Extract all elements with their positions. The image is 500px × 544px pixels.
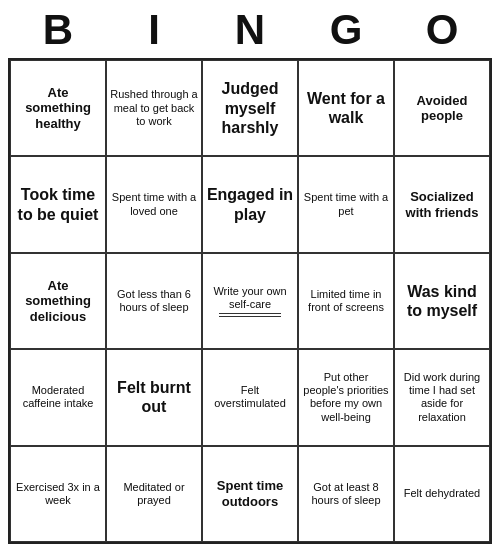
bingo-cell-10[interactable]: Ate something delicious <box>10 253 106 349</box>
bingo-cell-18[interactable]: Put other people's priorities before my … <box>298 349 394 445</box>
letter-b: B <box>18 6 98 54</box>
bingo-cell-17[interactable]: Felt overstimulated <box>202 349 298 445</box>
bingo-cell-21[interactable]: Meditated or prayed <box>106 446 202 542</box>
letter-g: G <box>306 6 386 54</box>
bingo-cell-0[interactable]: Ate something healthy <box>10 60 106 156</box>
letter-n: N <box>210 6 290 54</box>
bingo-cell-22[interactable]: Spent time outdoors <box>202 446 298 542</box>
letter-o: O <box>402 6 482 54</box>
bingo-cell-20[interactable]: Exercised 3x in a week <box>10 446 106 542</box>
bingo-grid: Ate something healthyRushed through a me… <box>8 58 492 544</box>
bingo-cell-11[interactable]: Got less than 6 hours of sleep <box>106 253 202 349</box>
bingo-cell-2[interactable]: Judged myself harshly <box>202 60 298 156</box>
bingo-cell-12[interactable]: Write your own self-care <box>202 253 298 349</box>
bingo-cell-13[interactable]: Limited time in front of screens <box>298 253 394 349</box>
bingo-cell-5[interactable]: Took time to be quiet <box>10 156 106 252</box>
bingo-cell-6[interactable]: Spent time with a loved one <box>106 156 202 252</box>
bingo-cell-16[interactable]: Felt burnt out <box>106 349 202 445</box>
bingo-title: B I N G O <box>10 0 490 58</box>
bingo-cell-3[interactable]: Went for a walk <box>298 60 394 156</box>
bingo-cell-19[interactable]: Did work during time I had set aside for… <box>394 349 490 445</box>
bingo-cell-15[interactable]: Moderated caffeine intake <box>10 349 106 445</box>
bingo-cell-7[interactable]: Engaged in play <box>202 156 298 252</box>
letter-i: I <box>114 6 194 54</box>
bingo-cell-23[interactable]: Got at least 8 hours of sleep <box>298 446 394 542</box>
bingo-cell-8[interactable]: Spent time with a pet <box>298 156 394 252</box>
bingo-cell-24[interactable]: Felt dehydrated <box>394 446 490 542</box>
bingo-cell-4[interactable]: Avoided people <box>394 60 490 156</box>
bingo-cell-14[interactable]: Was kind to myself <box>394 253 490 349</box>
bingo-cell-9[interactable]: Socialized with friends <box>394 156 490 252</box>
bingo-cell-1[interactable]: Rushed through a meal to get back to wor… <box>106 60 202 156</box>
